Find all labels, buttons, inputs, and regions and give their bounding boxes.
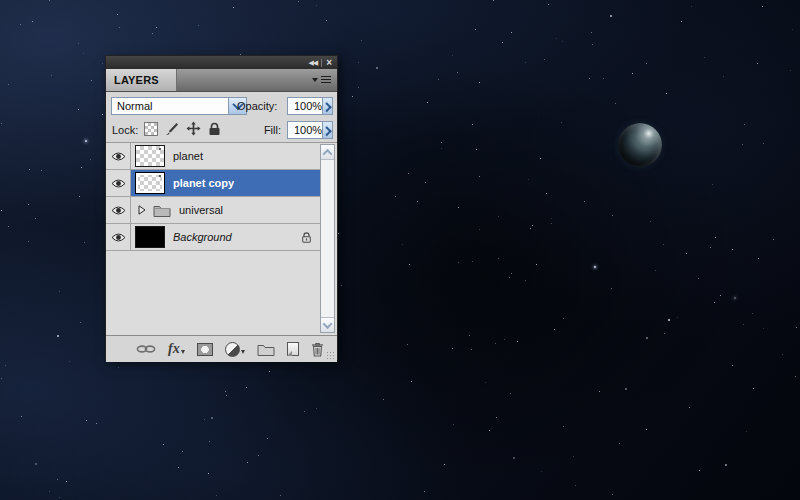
eye-icon bbox=[111, 232, 126, 243]
delete-layer-button[interactable] bbox=[311, 340, 324, 358]
lock-all-icon[interactable] bbox=[208, 122, 221, 136]
new-layer-icon bbox=[287, 342, 299, 356]
background-locked-icon bbox=[301, 231, 312, 244]
fill-arrow-button[interactable] bbox=[322, 122, 332, 138]
visibility-toggle[interactable] bbox=[106, 224, 131, 250]
expand-group-triangle-icon[interactable] bbox=[138, 205, 146, 215]
opacity-field[interactable]: 100% bbox=[287, 97, 333, 115]
fill-label: Fill: bbox=[264, 124, 281, 136]
new-group-folder-icon bbox=[257, 343, 275, 356]
eye-icon bbox=[111, 205, 126, 216]
layer-name[interactable]: universal bbox=[179, 204, 223, 216]
layer-row-planet-copy-selected[interactable]: planet copy bbox=[106, 170, 322, 197]
eye-icon bbox=[111, 151, 126, 162]
new-adjustment-layer-button[interactable] bbox=[225, 340, 245, 358]
layer-row-universal-group[interactable]: universal bbox=[106, 197, 322, 224]
layer-list-scrollbar[interactable] bbox=[320, 144, 335, 333]
lock-image-pixels-brush-icon[interactable] bbox=[165, 122, 179, 136]
panel-tab-bar: LAYERS bbox=[106, 69, 337, 92]
link-icon bbox=[136, 344, 156, 354]
close-panel-icon[interactable]: × bbox=[326, 56, 332, 69]
add-layer-mask-button[interactable] bbox=[197, 340, 213, 358]
opacity-value[interactable]: 100% bbox=[288, 100, 322, 112]
tab-layers[interactable]: LAYERS bbox=[106, 69, 177, 91]
layer-controls: Normal Opacity: 100% Lock: Fill: 100% bbox=[106, 92, 337, 142]
lock-transparent-pixels-icon[interactable] bbox=[144, 122, 158, 136]
layer-row-background[interactable]: Background bbox=[106, 224, 322, 251]
collapse-to-icons-icon[interactable]: ◀◀ bbox=[308, 56, 317, 69]
menu-triangle-icon bbox=[312, 78, 318, 85]
panel-menu-icon[interactable] bbox=[312, 69, 337, 91]
lock-position-icon[interactable] bbox=[186, 121, 201, 136]
visibility-toggle[interactable] bbox=[106, 170, 131, 196]
caret-icon bbox=[241, 350, 245, 356]
visibility-toggle[interactable] bbox=[106, 197, 131, 223]
layer-thumbnail[interactable] bbox=[135, 172, 165, 194]
fx-icon: fx bbox=[168, 342, 180, 356]
layer-name[interactable]: planet copy bbox=[173, 177, 234, 189]
new-group-button[interactable] bbox=[257, 340, 275, 358]
layers-panel-toolbar: fx bbox=[106, 335, 337, 362]
visibility-toggle[interactable] bbox=[106, 143, 131, 169]
adjustment-layer-icon bbox=[225, 342, 240, 357]
scroll-up-icon[interactable] bbox=[321, 145, 334, 160]
layer-thumbnail[interactable] bbox=[135, 145, 165, 167]
lock-label: Lock: bbox=[112, 124, 138, 136]
layer-thumbnail[interactable] bbox=[135, 226, 165, 248]
layer-name[interactable]: planet bbox=[173, 150, 203, 162]
layers-panel: ◀◀ × LAYERS Normal Opacity: 100% Lock: bbox=[105, 55, 338, 360]
layer-name[interactable]: Background bbox=[173, 231, 232, 243]
blend-mode-value: Normal bbox=[117, 100, 152, 112]
layer-list: planet planet copy bbox=[106, 142, 337, 335]
add-layer-style-button[interactable]: fx bbox=[168, 340, 185, 358]
opacity-label: Opacity: bbox=[237, 100, 277, 112]
opacity-arrow-button[interactable] bbox=[322, 98, 332, 114]
link-layers-button[interactable] bbox=[136, 340, 156, 358]
caret-icon bbox=[181, 350, 185, 356]
planet-image bbox=[618, 123, 662, 167]
menu-lines-icon bbox=[321, 76, 331, 84]
eye-icon bbox=[111, 178, 126, 189]
layer-row-planet[interactable]: planet bbox=[106, 143, 322, 170]
group-folder-icon bbox=[153, 204, 171, 217]
divider bbox=[321, 59, 322, 67]
layer-mask-icon bbox=[197, 343, 213, 356]
panel-resize-grip[interactable] bbox=[326, 351, 335, 360]
blend-mode-select[interactable]: Normal bbox=[111, 97, 247, 115]
new-layer-button[interactable] bbox=[287, 340, 299, 358]
panel-title-bar: ◀◀ × bbox=[106, 56, 337, 69]
trash-icon bbox=[311, 342, 324, 357]
scroll-down-icon[interactable] bbox=[321, 317, 334, 332]
fill-field[interactable]: 100% bbox=[287, 121, 333, 139]
fill-value[interactable]: 100% bbox=[288, 124, 322, 136]
